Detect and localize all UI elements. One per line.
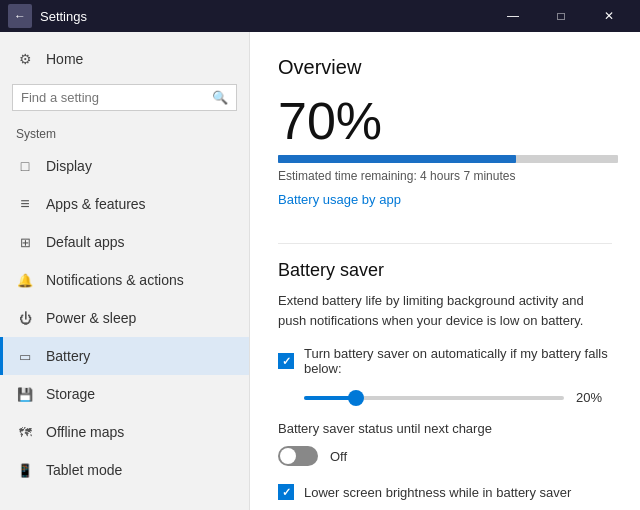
slider-value: 20% <box>576 390 612 405</box>
lower-brightness-label: Lower screen brightness while in battery… <box>304 485 571 500</box>
estimated-time: Estimated time remaining: 4 hours 7 minu… <box>278 169 612 183</box>
sidebar-item-power-sleep-label: Power & sleep <box>46 310 136 326</box>
lower-brightness-check-icon: ✓ <box>282 486 291 499</box>
minimize-button[interactable]: — <box>490 0 536 32</box>
sidebar-item-home[interactable]: ⚙ Home <box>0 40 249 78</box>
toggle-off-label: Off <box>330 449 347 464</box>
power-sleep-icon: ⏻ <box>16 309 34 327</box>
sidebar-item-apps-features[interactable]: ≡ Apps & features <box>0 185 249 223</box>
search-input[interactable] <box>21 90 206 105</box>
sidebar: ⚙ Home 🔍 System □ Display ≡ Apps & featu… <box>0 32 250 510</box>
battery-progress-bar <box>278 155 618 163</box>
sidebar-item-tablet-mode[interactable]: 📱 Tablet mode <box>0 451 249 489</box>
apps-features-icon: ≡ <box>16 195 34 213</box>
auto-saver-label: Turn battery saver on automatically if m… <box>304 346 612 376</box>
sidebar-item-apps-features-label: Apps & features <box>46 196 146 212</box>
battery-status-label: Battery saver status until next charge <box>278 421 612 436</box>
battery-progress-fill <box>278 155 516 163</box>
close-button[interactable]: ✕ <box>586 0 632 32</box>
window-title: Settings <box>40 9 87 24</box>
sidebar-item-storage[interactable]: 💾 Storage <box>0 375 249 413</box>
slider-thumb[interactable] <box>348 390 364 406</box>
content-area: ⚙ Home 🔍 System □ Display ≡ Apps & featu… <box>0 32 640 510</box>
auto-saver-checkbox[interactable]: ✓ <box>278 353 294 369</box>
sidebar-item-offline-maps[interactable]: 🗺 Offline maps <box>0 413 249 451</box>
search-icon: 🔍 <box>212 90 228 105</box>
home-label: Home <box>46 51 83 67</box>
storage-icon: 💾 <box>16 385 34 403</box>
lower-brightness-checkbox[interactable]: ✓ <box>278 484 294 500</box>
sidebar-item-power-sleep[interactable]: ⏻ Power & sleep <box>0 299 249 337</box>
system-section-label: System <box>0 123 249 147</box>
battery-saver-toggle-row: Off <box>278 446 612 466</box>
battery-saver-title: Battery saver <box>278 260 612 281</box>
home-icon: ⚙ <box>16 50 34 68</box>
battery-saver-description: Extend battery life by limiting backgrou… <box>278 291 612 330</box>
titlebar: ← Settings — □ ✕ <box>0 0 640 32</box>
checkbox-check-icon: ✓ <box>282 355 291 368</box>
sidebar-item-battery-label: Battery <box>46 348 90 364</box>
battery-saver-toggle[interactable] <box>278 446 318 466</box>
lower-brightness-row: ✓ Lower screen brightness while in batte… <box>278 484 612 500</box>
sidebar-item-battery[interactable]: ▭ Battery <box>0 337 249 375</box>
toggle-knob <box>280 448 296 464</box>
window-controls: — □ ✕ <box>490 0 632 32</box>
back-icon: ← <box>14 9 26 23</box>
search-box[interactable]: 🔍 <box>12 84 237 111</box>
sidebar-item-display-label: Display <box>46 158 92 174</box>
overview-title: Overview <box>278 56 612 79</box>
sidebar-item-notifications-label: Notifications & actions <box>46 272 184 288</box>
sidebar-item-tablet-mode-label: Tablet mode <box>46 462 122 478</box>
sidebar-item-display[interactable]: □ Display <box>0 147 249 185</box>
main-content: Overview 70% Estimated time remaining: 4… <box>250 32 640 510</box>
battery-percentage: 70% <box>278 95 612 147</box>
sidebar-item-default-apps[interactable]: ⊞ Default apps <box>0 223 249 261</box>
slider-track[interactable] <box>304 396 564 400</box>
maximize-button[interactable]: □ <box>538 0 584 32</box>
battery-threshold-slider-container: 20% <box>278 390 612 405</box>
display-icon: □ <box>16 157 34 175</box>
back-button[interactable]: ← <box>8 4 32 28</box>
battery-usage-link[interactable]: Battery usage by app <box>278 192 401 207</box>
sidebar-item-offline-maps-label: Offline maps <box>46 424 124 440</box>
notifications-icon: 🔔 <box>16 271 34 289</box>
offline-maps-icon: 🗺 <box>16 423 34 441</box>
auto-saver-row: ✓ Turn battery saver on automatically if… <box>278 346 612 376</box>
titlebar-left: ← Settings <box>8 4 87 28</box>
sidebar-item-storage-label: Storage <box>46 386 95 402</box>
sidebar-item-notifications[interactable]: 🔔 Notifications & actions <box>0 261 249 299</box>
section-divider <box>278 243 612 244</box>
default-apps-icon: ⊞ <box>16 233 34 251</box>
battery-icon: ▭ <box>16 347 34 365</box>
tablet-mode-icon: 📱 <box>16 461 34 479</box>
sidebar-item-default-apps-label: Default apps <box>46 234 125 250</box>
